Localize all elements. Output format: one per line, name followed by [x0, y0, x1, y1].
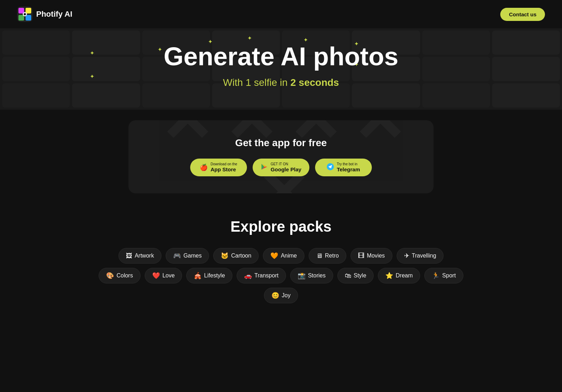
telegram-button[interactable]: Try the bot in Telegram — [315, 159, 372, 176]
packs-row-1: 🖼 Artwork 🎮 Games 🐱 Cartoon 🧡 Anime 🖥 Re… — [7, 248, 555, 264]
pack-joy[interactable]: 😊 Joy — [264, 288, 298, 303]
apple-icon: 🍎 — [200, 164, 208, 171]
transport-label: Transport — [254, 272, 279, 279]
style-label: Style — [354, 272, 367, 279]
hero-content: Generate AI photos With 1 selfie in 2 se… — [7, 43, 555, 88]
pack-lifestyle[interactable]: 🎪 Lifestyle — [186, 268, 232, 283]
lifestyle-label: Lifestyle — [204, 272, 225, 279]
googleplay-large: Google Play — [271, 166, 302, 173]
googleplay-small: GET IT ON — [271, 162, 302, 166]
telegram-large: Telegram — [337, 166, 360, 173]
transport-emoji: 🚗 — [244, 272, 252, 280]
travelling-label: Travelling — [412, 253, 436, 259]
svg-rect-3 — [18, 15, 24, 21]
sparkle-2: ✦ — [247, 35, 252, 42]
anime-label: Anime — [281, 253, 297, 259]
style-emoji: 🛍 — [345, 272, 351, 280]
pack-sport[interactable]: 🏃 Sport — [424, 268, 463, 283]
explore-title: Explore packs — [7, 218, 555, 235]
pack-style[interactable]: 🛍 Style — [337, 268, 374, 283]
hero-subtitle-bold: 2 seconds — [290, 77, 339, 88]
telegram-small: Try the bot in — [337, 162, 360, 166]
movies-label: Movies — [367, 253, 385, 259]
dream-emoji: ⭐ — [385, 272, 393, 280]
telegram-icon — [327, 163, 334, 172]
svg-point-6 — [24, 13, 26, 15]
stories-emoji: 📸 — [298, 272, 305, 280]
appstore-large: App Store — [210, 166, 237, 173]
retro-emoji: 🖥 — [316, 252, 323, 260]
joy-label: Joy — [282, 292, 291, 299]
lifestyle-emoji: 🎪 — [194, 272, 202, 280]
app-section-content: Get the app for free 🍎 Download on the A… — [143, 137, 419, 176]
pack-movies[interactable]: 🎞 Movies — [351, 248, 392, 264]
app-section: ✕ ✕ ✕ ✕ ✕ Get the app for free 🍎 Downloa… — [128, 120, 434, 193]
appstore-text: Download on the App Store — [210, 162, 237, 173]
appstore-button[interactable]: 🍎 Download on the App Store — [190, 159, 247, 176]
anime-emoji: 🧡 — [270, 252, 278, 260]
svg-rect-2 — [26, 8, 31, 13]
movies-emoji: 🎞 — [358, 252, 364, 260]
travelling-emoji: ✈ — [404, 252, 409, 260]
love-emoji: ❤️ — [152, 272, 160, 280]
logo-text: Photify AI — [36, 10, 72, 19]
pack-stories[interactable]: 📸 Stories — [290, 268, 333, 283]
cartoon-emoji: 🐱 — [221, 252, 228, 260]
colors-label: Colors — [116, 272, 133, 279]
explore-section: Explore packs 🖼 Artwork 🎮 Games 🐱 Cartoo… — [0, 204, 562, 329]
telegram-text: Try the bot in Telegram — [337, 162, 360, 173]
sport-emoji: 🏃 — [432, 272, 440, 280]
artwork-emoji: 🖼 — [126, 252, 132, 260]
joy-emoji: 😊 — [271, 292, 279, 299]
cartoon-label: Cartoon — [231, 253, 251, 259]
pack-anime[interactable]: 🧡 Anime — [263, 248, 304, 264]
pack-transport[interactable]: 🚗 Transport — [237, 268, 286, 283]
contact-button[interactable]: Contact us — [500, 8, 545, 21]
packs-row-3: 😊 Joy — [7, 288, 555, 303]
pack-cartoon[interactable]: 🐱 Cartoon — [213, 248, 259, 264]
pack-dream[interactable]: ⭐ Dream — [378, 268, 420, 283]
app-buttons: 🍎 Download on the App Store — [143, 159, 419, 176]
sport-label: Sport — [442, 272, 456, 279]
googleplay-button[interactable]: GET IT ON Google Play — [253, 159, 309, 176]
games-emoji: 🎮 — [173, 252, 181, 260]
app-section-title: Get the app for free — [143, 137, 419, 149]
artwork-label: Artwork — [135, 253, 154, 259]
googleplay-icon — [261, 163, 268, 172]
navbar: Photify AI Contact us — [0, 0, 562, 28]
dream-label: Dream — [396, 272, 413, 279]
pack-colors[interactable]: 🎨 Colors — [99, 268, 140, 283]
svg-rect-1 — [18, 8, 24, 13]
hero-subtitle: With 1 selfie in 2 seconds — [7, 77, 555, 88]
googleplay-text: GET IT ON Google Play — [271, 162, 302, 173]
pack-retro[interactable]: 🖥 Retro — [309, 248, 346, 264]
pack-travelling[interactable]: ✈ Travelling — [397, 248, 444, 264]
pack-games[interactable]: 🎮 Games — [166, 248, 209, 264]
svg-rect-4 — [26, 15, 31, 21]
hero-section: ✦ ✦ ✦ ✦ ✦ ✦ ✦ ✦ ✦ Generate AI photos Wit… — [0, 28, 562, 110]
logo: Photify AI — [17, 6, 72, 22]
app-section-wrapper: ✕ ✕ ✕ ✕ ✕ Get the app for free 🍎 Downloa… — [0, 120, 562, 193]
hero-subtitle-normal: With 1 selfie in — [223, 77, 291, 88]
retro-label: Retro — [325, 253, 339, 259]
stories-label: Stories — [308, 272, 326, 279]
appstore-small: Download on the — [210, 162, 237, 166]
packs-row-2: 🎨 Colors ❤️ Love 🎪 Lifestyle 🚗 Transport… — [7, 268, 555, 283]
hero-title: Generate AI photos — [7, 43, 555, 71]
pack-artwork[interactable]: 🖼 Artwork — [119, 248, 161, 264]
games-label: Games — [183, 253, 202, 259]
love-label: Love — [162, 272, 175, 279]
pack-love[interactable]: ❤️ Love — [145, 268, 182, 283]
logo-icon — [17, 6, 33, 22]
colors-emoji: 🎨 — [106, 272, 114, 280]
